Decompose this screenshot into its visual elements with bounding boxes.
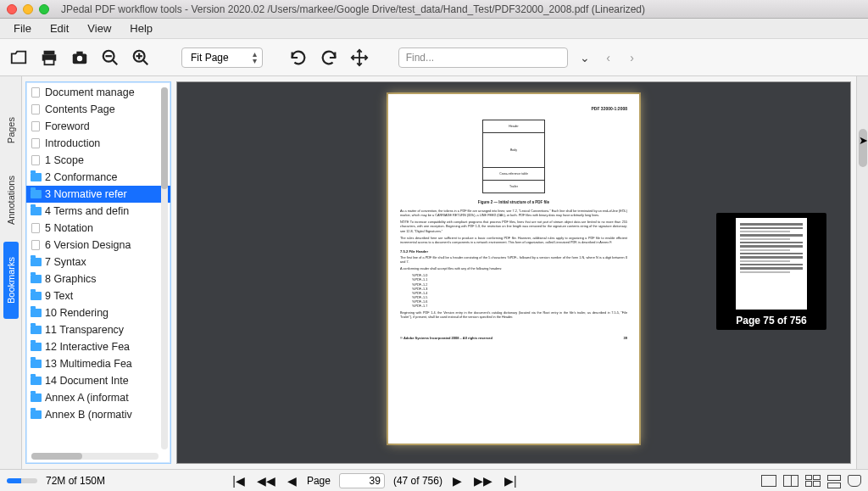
folder-icon bbox=[30, 409, 42, 421]
folder-icon bbox=[30, 358, 42, 370]
bookmark-item[interactable]: 6 Version Designa bbox=[26, 237, 170, 254]
bookmark-label: 8 Graphics bbox=[45, 273, 96, 285]
pageflow-view-icon[interactable] bbox=[848, 475, 861, 487]
page-count: (47 of 756) bbox=[393, 475, 442, 487]
bookmark-item[interactable]: Document manage bbox=[26, 84, 170, 101]
document-icon bbox=[30, 103, 42, 115]
bookmark-item[interactable]: 11 Transparency bbox=[26, 321, 170, 338]
single-page-view-icon[interactable] bbox=[761, 475, 776, 487]
document-icon bbox=[30, 239, 42, 251]
prev-page-button[interactable]: ◀ bbox=[286, 474, 298, 488]
viewer-scrollbar[interactable]: ➤ bbox=[856, 76, 868, 469]
bookmark-item[interactable]: 1 Scope bbox=[26, 152, 170, 169]
menu-bar: File Edit View Help bbox=[0, 19, 868, 39]
zoom-out-icon[interactable] bbox=[100, 47, 120, 68]
bookmarks-panel: Document manageContents PageForewordIntr… bbox=[25, 81, 171, 464]
zoom-mode-label: Fit Page bbox=[191, 52, 229, 64]
folder-icon bbox=[30, 290, 42, 302]
menu-view[interactable]: View bbox=[79, 20, 120, 36]
last-page-button[interactable]: ▶| bbox=[503, 474, 519, 488]
pan-icon[interactable] bbox=[349, 47, 370, 68]
view-mode-controls bbox=[761, 475, 861, 487]
first-page-button[interactable]: |◀ bbox=[231, 474, 247, 488]
struct-body: Body bbox=[483, 133, 544, 168]
bookmark-label: 5 Notation bbox=[45, 222, 93, 234]
scrollbar-thumb[interactable] bbox=[859, 129, 867, 167]
folder-icon bbox=[30, 205, 42, 217]
zoom-select[interactable]: Fit Page ▴▾ bbox=[181, 47, 263, 68]
memory-text: 72M of 150M bbox=[46, 475, 105, 487]
bookmark-item[interactable]: 10 Rendering bbox=[26, 304, 170, 321]
bookmark-item[interactable]: 2 Conformance bbox=[26, 169, 170, 186]
bookmarks-vscrollbar[interactable] bbox=[161, 87, 168, 449]
document-icon bbox=[30, 137, 42, 149]
figure-caption: Figure 2 — Initial structure of a PDF fi… bbox=[400, 200, 627, 204]
rotate-cw-icon[interactable] bbox=[319, 47, 339, 68]
open-file-icon[interactable] bbox=[8, 47, 29, 68]
snapshot-icon[interactable] bbox=[70, 47, 90, 68]
menu-file[interactable]: File bbox=[5, 20, 40, 36]
continuous-view-icon[interactable] bbox=[827, 475, 841, 487]
struct-header: Header bbox=[483, 120, 544, 133]
find-dropdown-icon[interactable]: ⌄ bbox=[578, 51, 592, 64]
print-icon[interactable] bbox=[39, 47, 59, 68]
folder-icon bbox=[30, 273, 42, 285]
maximize-window-button[interactable] bbox=[39, 4, 49, 14]
close-window-button[interactable] bbox=[7, 4, 17, 14]
bookmark-item[interactable]: Introduction bbox=[26, 135, 170, 152]
minimize-window-button[interactable] bbox=[23, 4, 33, 14]
bookmark-item[interactable]: Foreword bbox=[26, 118, 170, 135]
tab-annotations[interactable]: Annotations bbox=[3, 160, 19, 240]
menu-edit[interactable]: Edit bbox=[42, 20, 77, 36]
find-input[interactable]: Find... bbox=[398, 47, 568, 68]
bookmark-label: Contents Page bbox=[45, 103, 115, 115]
menu-help[interactable]: Help bbox=[121, 20, 161, 36]
bookmark-item[interactable]: Annex A (informat bbox=[26, 389, 170, 406]
bookmark-label: 10 Rendering bbox=[45, 307, 108, 319]
grid-view-icon[interactable] bbox=[805, 475, 821, 487]
bookmark-item[interactable]: 13 Multimedia Fea bbox=[26, 355, 170, 372]
ffwd-button[interactable]: ▶▶ bbox=[472, 474, 494, 488]
bookmark-item[interactable]: 14 Document Inte bbox=[26, 372, 170, 389]
find-prev-icon[interactable]: ‹ bbox=[602, 51, 615, 64]
folder-icon bbox=[30, 341, 42, 353]
find-next-icon[interactable]: › bbox=[626, 51, 639, 64]
bookmark-item[interactable]: 12 Interactive Fea bbox=[26, 338, 170, 355]
page-thumbnail-popup: Page 75 of 756 bbox=[716, 213, 826, 330]
svg-line-7 bbox=[113, 59, 118, 64]
bookmark-item[interactable]: 8 Graphics bbox=[26, 271, 170, 287]
page-footer-left: © Adobe Systems Incorporated 2008 – All … bbox=[400, 336, 492, 340]
facing-pages-view-icon[interactable] bbox=[783, 475, 798, 487]
pdf-viewer[interactable]: PDF 32000-1:2008 Header Body Cross-refer… bbox=[176, 81, 851, 464]
bookmark-item[interactable]: Contents Page bbox=[26, 101, 170, 118]
next-page-button[interactable]: ▶ bbox=[451, 474, 464, 488]
zoom-in-icon[interactable] bbox=[131, 47, 151, 68]
rotate-ccw-icon[interactable] bbox=[288, 47, 309, 68]
page-para-2: The rules described here are sufficient … bbox=[400, 237, 627, 245]
bookmark-item[interactable]: 9 Text bbox=[26, 287, 170, 304]
folder-icon bbox=[30, 188, 42, 200]
rewind-button[interactable]: ◀◀ bbox=[255, 474, 277, 488]
tab-bookmarks[interactable]: Bookmarks bbox=[3, 242, 19, 319]
tab-pages[interactable]: Pages bbox=[3, 102, 19, 159]
folder-icon bbox=[30, 392, 42, 404]
svg-rect-5 bbox=[76, 51, 82, 54]
bookmarks-hscrollbar[interactable] bbox=[31, 453, 159, 460]
folder-icon bbox=[30, 324, 42, 336]
folder-icon bbox=[30, 171, 42, 183]
bookmark-label: 13 Multimedia Fea bbox=[45, 358, 132, 370]
title-bar: JPedal PDF workflow tools - Version 2020… bbox=[0, 0, 868, 19]
page-para-4: A conforming reader shall accept files w… bbox=[400, 267, 627, 271]
bookmark-item[interactable]: 7 Syntax bbox=[26, 254, 170, 271]
bookmark-item[interactable]: 5 Notation bbox=[26, 220, 170, 237]
bookmark-item[interactable]: Annex B (normativ bbox=[26, 406, 170, 423]
bookmark-item[interactable]: 3 Normative refer bbox=[26, 186, 170, 203]
pdf-structure-figure: Header Body Cross-reference table Traile… bbox=[482, 120, 545, 193]
page-number-input[interactable] bbox=[339, 473, 385, 488]
svg-rect-2 bbox=[45, 59, 54, 64]
bookmark-label: Document manage bbox=[45, 86, 135, 98]
document-icon bbox=[30, 222, 42, 234]
page-header-id: PDF 32000-1:2008 bbox=[400, 106, 627, 111]
bookmark-item[interactable]: 4 Terms and defin bbox=[26, 203, 170, 220]
document-icon bbox=[30, 86, 42, 98]
